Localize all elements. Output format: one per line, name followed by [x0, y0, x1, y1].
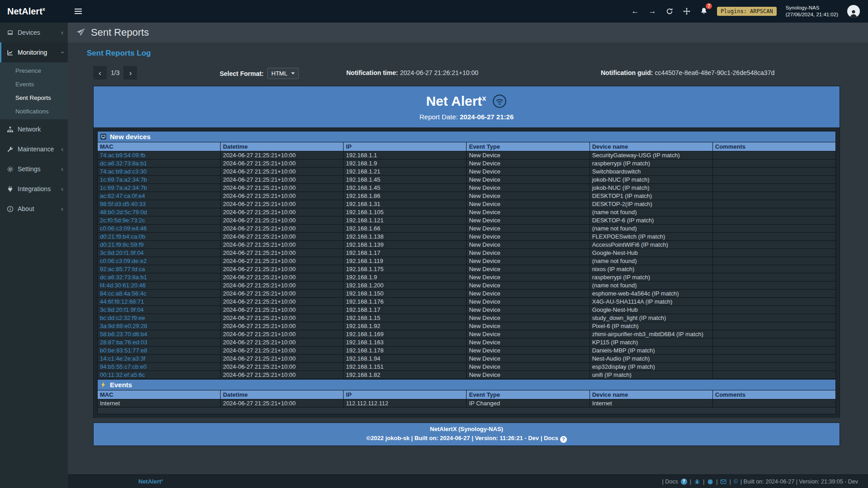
mac-link[interactable]: d0:21:f9:b4:ca:0b	[98, 233, 221, 241]
plugins-badge[interactable]: Plugins: ARPSCAN	[717, 7, 777, 16]
sidebar-subitem-events[interactable]: Events	[0, 77, 68, 91]
table-cell: Daniels-MBP (IP match)	[590, 347, 712, 355]
mac-link[interactable]: 14:c1:4e:2e:a3:3f	[98, 355, 221, 363]
mac-link[interactable]: bc:dd:c2:32:f9:ee	[98, 314, 221, 322]
sidebar-subitem-sent-reports[interactable]: Sent Reports	[0, 91, 68, 104]
sidebar-subitem-presence[interactable]: Presence	[0, 64, 68, 77]
mac-link[interactable]: 00:11:32:ef:a5:6c	[98, 371, 221, 379]
table-cell: 192.168.1.9	[344, 273, 467, 282]
bug-icon[interactable]	[694, 479, 700, 485]
table-cell: FLEXPOESwitch (IP match)	[590, 233, 712, 241]
report-date-value: 2024-06-27 21:26	[460, 113, 514, 121]
table-cell: Internet	[98, 399, 221, 408]
notifications-bell[interactable]: 7	[700, 7, 708, 16]
sidebar-item-devices[interactable]: Devices ‹	[0, 23, 68, 42]
sidebar-item-integrations[interactable]: Integrations ‹	[0, 179, 68, 199]
chevron-left-icon: ‹	[61, 186, 63, 192]
format-select[interactable]: HTML	[267, 68, 298, 79]
mac-link[interactable]: c0:06:c3:09:e4:46	[98, 225, 221, 233]
mac-link[interactable]: c0:06:c3:09:de:e2	[98, 257, 221, 265]
next-page-button[interactable]: ›	[123, 66, 137, 80]
report-title-text: Net Alert	[426, 94, 482, 108]
mac-link[interactable]: 58:b6:23:70:d6:b4	[98, 330, 221, 338]
new-devices-icon	[100, 133, 107, 140]
notification-guid: Notification guid: cc44507e-8ea6-48e7-90…	[601, 69, 774, 77]
page-body: Sent Reports Log ‹ 1/3 › Select Format: …	[68, 42, 868, 474]
table-cell	[712, 399, 835, 408]
table-cell: 192.168.1.1	[344, 151, 467, 160]
chevron-left-icon: ‹	[61, 29, 63, 36]
help-circle-icon[interactable]: ?	[681, 479, 687, 485]
mac-link[interactable]: 48:b0:2d:5c:79:0d	[98, 208, 221, 216]
refresh-icon[interactable]	[665, 7, 674, 15]
mac-link[interactable]: 3a:9d:69:e0:29:28	[98, 322, 221, 330]
table-cell	[712, 241, 835, 249]
table-cell: zhimi-airpurifier-mb3_mibtD6B4 (IP match…	[590, 330, 712, 338]
table-cell: KP115 (IP match)	[590, 338, 712, 347]
mac-link[interactable]: 1c:69:7a:a2:34:7b	[98, 184, 221, 192]
table-cell: New Device	[467, 330, 590, 338]
col-ip: IP	[344, 390, 467, 399]
mac-link[interactable]: dc:a6:32:73:8a:b1	[98, 273, 221, 282]
nav-back-icon[interactable]: ←	[631, 7, 639, 15]
sidebar-toggle-button[interactable]	[68, 0, 89, 23]
copyright-icon[interactable]: ©	[734, 479, 738, 485]
footer-build-info: | Built on: 2024-06-27 | Version: 21:39:…	[741, 479, 858, 485]
sidebar-item-network[interactable]: Network	[0, 119, 68, 139]
table-cell: 192.168.1.169	[344, 330, 467, 338]
sidebar-item-about[interactable]: About ‹	[0, 199, 68, 219]
sidebar-subitem-notifications[interactable]: Notifications	[0, 104, 68, 118]
mac-link[interactable]: 92:ac:85:77:fd:ca	[98, 265, 221, 273]
table-row: 3a:9d:69:e0:29:282024-06-27 21:25:21+10:…	[98, 322, 836, 330]
mac-link[interactable]: b0:be:83:51:77:e8	[98, 347, 221, 355]
table-cell: 2024-06-27 21:25:21+10:00	[221, 298, 344, 306]
chevron-left-icon: ‹	[61, 166, 63, 172]
mac-link[interactable]: 94:b5:55:c7:cb:e0	[98, 363, 221, 371]
mac-link[interactable]: f4:4d:30:61:20:46	[98, 282, 221, 290]
brand-logo[interactable]: NetAlertx	[0, 6, 68, 17]
mac-link[interactable]: 3c:8d:20:f1:9f:04	[98, 249, 221, 257]
table-row: 48:b0:2d:5c:79:0d2024-06-27 21:25:21+10:…	[98, 208, 836, 216]
mac-link[interactable]: 3c:8d:20:f1:9f:04	[98, 306, 221, 314]
user-avatar[interactable]	[847, 5, 860, 18]
mac-link[interactable]: ac:82:47:ca:0f:e4	[98, 192, 221, 200]
events-title: Events	[110, 381, 132, 389]
col-comments: Comments	[712, 390, 835, 399]
footer-docs-label[interactable]: | Docs	[662, 479, 678, 485]
sidebar-item-monitoring[interactable]: Monitoring ‹	[0, 42, 68, 62]
sidebar-item-settings[interactable]: Settings ‹	[0, 159, 68, 179]
table-cell: New Device	[467, 314, 590, 322]
sidebar-item-label: About	[18, 205, 57, 212]
footer-brand[interactable]: NetAlertx	[138, 478, 163, 485]
mac-link[interactable]: 2c:f0:5d:9e:73:2c	[98, 216, 221, 225]
notification-time-label: Notification time:	[346, 69, 398, 76]
table-cell: jokob-NUC (IP match)	[590, 176, 712, 184]
docs-help-icon[interactable]: ?	[560, 436, 567, 443]
nav-forward-icon[interactable]: →	[648, 7, 656, 15]
table-row: 74:ac:b9:ad:c3:302024-06-27 21:25:21+10:…	[98, 168, 836, 176]
sidebar-item-maintenance[interactable]: Maintenance ‹	[0, 139, 68, 159]
github-icon[interactable]	[707, 479, 713, 485]
mac-link[interactable]: 98:5f:d3:d5:40:33	[98, 200, 221, 208]
mac-link[interactable]: 28:87:ba:76:ed:03	[98, 338, 221, 347]
table-cell	[712, 273, 835, 282]
mac-link[interactable]: d0:21:f9:8c:59:f9	[98, 241, 221, 249]
mac-link[interactable]: dc:a6:32:73:8a:b1	[98, 160, 221, 168]
mac-link[interactable]: 1c:69:7a:a2:34:7b	[98, 176, 221, 184]
sent-reports-log-link[interactable]: Sent Reports Log	[87, 49, 151, 58]
prev-page-button[interactable]: ‹	[93, 66, 107, 80]
mac-link[interactable]: 84:cc:a8:4a:56:4c	[98, 290, 221, 298]
move-icon[interactable]	[683, 7, 691, 15]
table-row: 3c:8d:20:f1:9f:042024-06-27 21:25:21+10:…	[98, 249, 836, 257]
table-cell: (name not found)	[590, 225, 712, 233]
mac-link[interactable]: 44:6f:f8:12:68:71	[98, 298, 221, 306]
mac-link[interactable]: 74:ac:b9:ad:c3:30	[98, 168, 221, 176]
table-cell: SecurityGateway-USG (IP match)	[590, 151, 712, 160]
table-cell: 2024-06-27 21:25:21+10:00	[221, 330, 344, 338]
table-cell	[712, 330, 835, 338]
mail-icon[interactable]	[720, 479, 726, 485]
table-cell: 192.168.1.163	[344, 338, 467, 347]
table-cell	[712, 314, 835, 322]
table-cell: New Device	[467, 347, 590, 355]
mac-link[interactable]: 74:ac:b9:54:09:fb	[98, 151, 221, 160]
